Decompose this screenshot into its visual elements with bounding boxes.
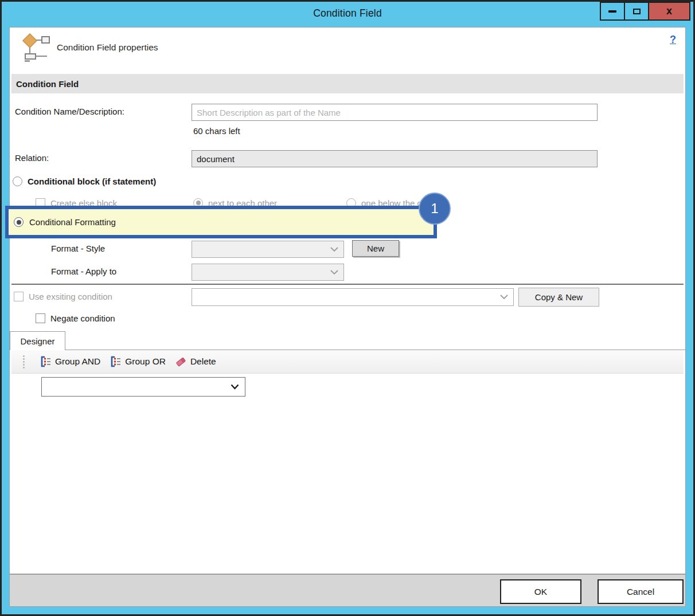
- annotation-step-number: 1: [431, 201, 438, 217]
- chevron-down-icon: [330, 270, 338, 275]
- group-or-label: Group OR: [125, 356, 166, 367]
- group-or-icon: [110, 356, 121, 367]
- format-apply-to-label: Format - Apply to: [51, 263, 116, 280]
- ok-button-label: OK: [534, 587, 547, 597]
- name-description-label: Condition Name/Description:: [15, 103, 124, 120]
- maximize-button[interactable]: [624, 2, 649, 21]
- minimize-icon: [608, 10, 616, 13]
- cancel-button-label: Cancel: [627, 587, 654, 597]
- group-and-button[interactable]: Group AND: [40, 356, 100, 367]
- delete-eraser-icon: [175, 356, 186, 367]
- negate-condition-label: Negate condition: [50, 313, 115, 323]
- conditional-formatting-label: Conditional Formatting: [29, 217, 116, 227]
- conditional-block-radio[interactable]: [13, 176, 22, 186]
- group-and-icon: [40, 356, 51, 367]
- copy-and-new-button[interactable]: Copy & New: [518, 288, 599, 307]
- section-header: Condition Field: [11, 74, 684, 93]
- relation-value: document: [197, 154, 235, 164]
- tab-designer-label: Designer: [20, 336, 54, 346]
- designer-toolbar: Group AND Group OR: [11, 350, 684, 374]
- dialog-body: Condition Field properties ? Condition F…: [9, 27, 686, 607]
- tab-strip-line: [10, 350, 685, 350]
- name-description-input[interactable]: [192, 104, 598, 121]
- cancel-button[interactable]: Cancel: [598, 579, 684, 604]
- use-existing-label: Use exsiting condition: [29, 292, 112, 301]
- delete-label: Delete: [190, 356, 216, 367]
- annotation-step-badge: 1: [419, 193, 451, 225]
- negate-condition-checkbox[interactable]: [36, 313, 45, 323]
- help-link[interactable]: ?: [670, 34, 676, 46]
- relation-label: Relation:: [15, 150, 49, 167]
- conditional-block-option[interactable]: Conditional block (if statement): [13, 175, 156, 187]
- close-button[interactable]: x: [648, 2, 690, 21]
- use-existing-checkbox: [14, 292, 24, 301]
- titlebar: Condition Field x: [2, 2, 693, 26]
- dialog-footer: OK Cancel: [10, 574, 685, 606]
- group-and-label: Group AND: [55, 356, 100, 367]
- relation-value-field: document: [192, 150, 598, 167]
- page-title: Condition Field properties: [57, 42, 158, 53]
- group-or-button[interactable]: Group OR: [110, 356, 166, 367]
- window-controls: x: [601, 2, 690, 21]
- separator-line: [11, 284, 684, 285]
- chevron-down-icon: [500, 295, 508, 300]
- negate-condition-option[interactable]: Negate condition: [36, 312, 115, 324]
- conditional-formatting-highlight: Conditional Formatting: [5, 206, 437, 238]
- chevron-down-icon: [231, 384, 239, 390]
- condition-field-dialog: Condition Field x: [0, 0, 695, 616]
- window-title: Condition Field: [2, 2, 693, 25]
- tab-designer[interactable]: Designer: [10, 331, 65, 350]
- conditional-block-label: Conditional block (if statement): [28, 176, 156, 186]
- close-icon: x: [666, 5, 672, 17]
- delete-button[interactable]: Delete: [175, 356, 216, 367]
- format-apply-to-dropdown: [192, 264, 344, 281]
- use-existing-option: Use exsiting condition: [14, 291, 112, 302]
- condition-field-combobox[interactable]: [41, 377, 245, 397]
- format-style-dropdown: [192, 241, 344, 258]
- chars-left-text: 60 chars left: [193, 126, 240, 136]
- copy-and-new-button-label: Copy & New: [535, 292, 583, 302]
- use-existing-dropdown: [192, 288, 514, 306]
- toolbar-drag-handle[interactable]: [23, 361, 25, 363]
- condition-flowchart-icon: [21, 32, 51, 64]
- new-button-label: New: [367, 244, 384, 253]
- chevron-down-icon: [330, 247, 338, 252]
- format-style-label: Format - Style: [51, 240, 105, 257]
- ok-button[interactable]: OK: [500, 579, 581, 604]
- minimize-button[interactable]: [600, 2, 625, 21]
- maximize-icon: [633, 9, 641, 14]
- section-header-label: Condition Field: [16, 79, 79, 89]
- new-button[interactable]: New: [352, 240, 399, 257]
- conditional-formatting-radio[interactable]: [14, 217, 24, 227]
